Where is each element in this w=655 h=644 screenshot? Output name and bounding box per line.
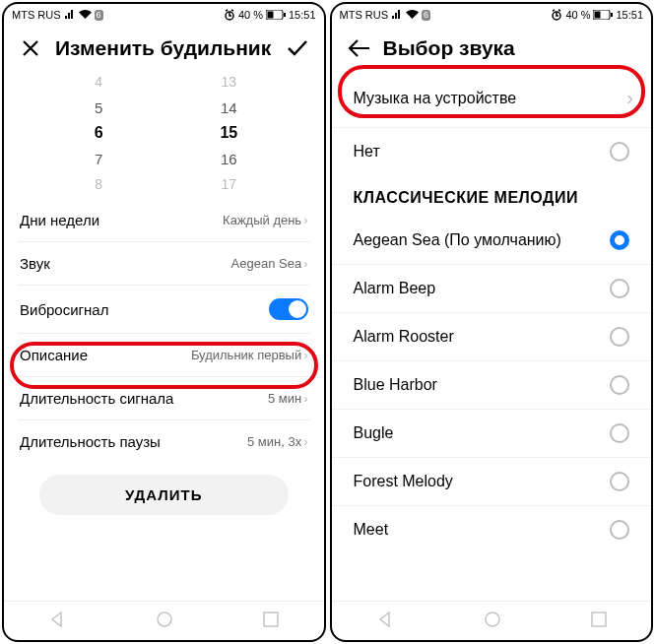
alarm-icon	[224, 9, 235, 21]
page-title: Изменить будильник	[55, 36, 273, 60]
row-pause-length[interactable]: Длительность паузы 5 мин, 3x›	[18, 420, 310, 463]
row-melody[interactable]: Bugle	[332, 409, 652, 457]
svg-rect-2	[267, 12, 273, 19]
melody-label: Bugle	[354, 424, 394, 442]
page-title: Выбор звука	[383, 36, 638, 60]
chevron-right-icon: ›	[626, 87, 633, 109]
minute-wheel[interactable]: 13 14 15 16 17	[199, 71, 258, 195]
chevron-right-icon: ›	[303, 348, 307, 362]
melody-label: Alarm Beep	[354, 280, 436, 297]
status-bar: MTS RUS 6 40 % 15:51	[4, 4, 324, 26]
radio-melody[interactable]	[610, 423, 629, 443]
radio-melody[interactable]	[610, 230, 629, 250]
battery-pct: 40 %	[238, 9, 263, 21]
battery-icon	[266, 10, 286, 20]
header: Изменить будильник	[4, 26, 324, 69]
svg-point-10	[486, 612, 499, 626]
phone-edit-alarm: MTS RUS 6 40 % 15:51 Изменить будильник …	[2, 2, 326, 642]
melody-label: Forest Melody	[354, 473, 453, 490]
radio-melody[interactable]	[610, 327, 629, 347]
signal-icon	[64, 10, 76, 20]
chevron-right-icon: ›	[303, 256, 307, 271]
row-melody[interactable]: Blue Harbor	[332, 360, 652, 409]
close-icon[interactable]	[18, 35, 43, 61]
svg-rect-9	[611, 13, 613, 17]
chevron-right-icon: ›	[303, 391, 307, 406]
melody-label: Meet	[354, 521, 389, 539]
back-icon[interactable]	[346, 35, 371, 61]
row-melody[interactable]: Aegean Sea (По умолчанию)	[332, 217, 652, 264]
svg-rect-8	[595, 12, 601, 19]
melody-label: Alarm Rooster	[354, 328, 454, 346]
carrier-label: MTS RUS	[12, 9, 61, 21]
signal-count: 6	[95, 10, 103, 21]
row-melody[interactable]: Forest Melody	[332, 457, 652, 505]
row-description[interactable]: Описание Будильник первый›	[18, 334, 310, 377]
vibrate-label: Вибросигнал	[20, 301, 108, 318]
battery-pct: 40 %	[565, 9, 590, 21]
status-bar: MTS RUS 6 40 % 15:51	[332, 4, 652, 26]
row-days[interactable]: Дни недели Каждый день›	[18, 199, 310, 242]
row-melody[interactable]: Alarm Rooster	[332, 312, 652, 360]
wifi-icon	[79, 10, 92, 20]
desc-label: Описание	[20, 347, 88, 363]
svg-point-4	[158, 612, 171, 626]
signal-len-label: Длительность сигнала	[20, 390, 173, 407]
time-picker[interactable]: 4 5 6 7 8 13 14 15 16 17	[4, 69, 324, 199]
phone-sound-picker: MTS RUS 6 40 % 15:51 Выбор звука Музыка …	[330, 2, 654, 642]
vibrate-toggle[interactable]	[269, 298, 308, 320]
chevron-right-icon: ›	[303, 434, 307, 449]
clock-label: 15:51	[289, 9, 316, 21]
svg-rect-5	[264, 612, 278, 626]
melody-label: Blue Harbor	[354, 376, 437, 394]
signal-icon	[391, 10, 403, 20]
hour-wheel[interactable]: 4 5 6 7 8	[69, 71, 128, 195]
wifi-icon	[406, 10, 419, 20]
content-area: Музыка на устройстве › Нет КЛАССИЧЕСКИЕ …	[332, 69, 652, 601]
none-label: Нет	[354, 143, 380, 161]
header: Выбор звука	[332, 26, 652, 69]
nav-recent-icon[interactable]	[591, 612, 607, 631]
content-area: 4 5 6 7 8 13 14 15 16 17 Дни недели Кажд…	[4, 69, 324, 601]
pause-len-label: Длительность паузы	[20, 433, 161, 450]
nav-home-icon[interactable]	[156, 611, 173, 632]
section-classic: КЛАССИЧЕСКИЕ МЕЛОДИИ	[332, 175, 652, 217]
row-signal-length[interactable]: Длительность сигнала 5 мин›	[18, 377, 310, 420]
battery-icon	[593, 10, 613, 20]
svg-rect-3	[284, 13, 286, 17]
radio-melody[interactable]	[610, 472, 629, 491]
row-sound[interactable]: Звук Aegean Sea›	[18, 242, 310, 286]
radio-melody[interactable]	[610, 279, 629, 298]
nav-recent-icon[interactable]	[263, 612, 279, 631]
row-vibrate[interactable]: Вибросигнал	[18, 286, 310, 334]
nav-bar	[4, 601, 324, 640]
alarm-icon	[551, 9, 562, 21]
radio-melody[interactable]	[610, 375, 629, 395]
carrier-label: MTS RUS	[340, 9, 389, 21]
sound-label: Звук	[20, 255, 50, 272]
nav-back-icon[interactable]	[48, 611, 66, 632]
nav-home-icon[interactable]	[484, 611, 501, 632]
radio-none[interactable]	[610, 142, 629, 161]
row-music-on-device[interactable]: Музыка на устройстве ›	[332, 69, 652, 127]
clock-label: 15:51	[616, 9, 643, 21]
melody-label: Aegean Sea (По умолчанию)	[354, 231, 561, 249]
signal-count: 6	[422, 10, 430, 21]
svg-rect-11	[592, 612, 606, 626]
confirm-icon[interactable]	[285, 35, 310, 61]
chevron-right-icon: ›	[303, 213, 307, 227]
nav-bar	[332, 601, 652, 640]
row-melody[interactable]: Alarm Beep	[332, 264, 652, 312]
nav-back-icon[interactable]	[376, 611, 394, 632]
row-melody[interactable]: Meet	[332, 505, 652, 553]
days-label: Дни недели	[20, 212, 99, 228]
music-label: Музыка на устройстве	[354, 90, 517, 107]
delete-button[interactable]: УДАЛИТЬ	[39, 475, 289, 515]
row-none[interactable]: Нет	[332, 127, 652, 175]
radio-melody[interactable]	[610, 520, 629, 540]
